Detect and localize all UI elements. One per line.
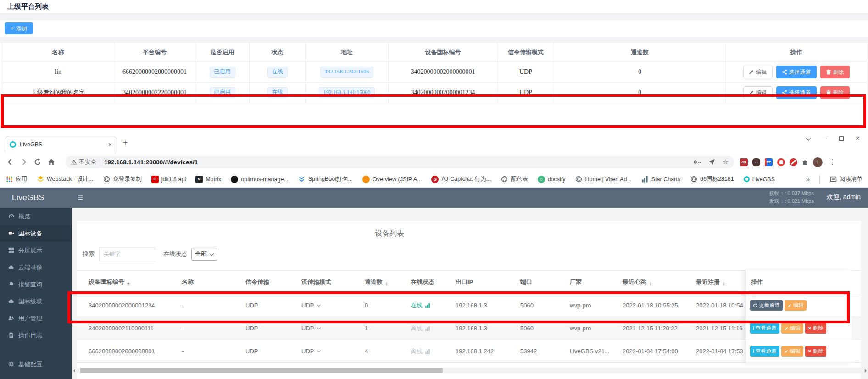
address-badge[interactable]: 192.168.1.141:15060: [319, 87, 375, 98]
bookmark[interactable]: SpringBoot打包...: [298, 175, 353, 183]
sidebar-item-operation-log[interactable]: 操作日志: [0, 327, 72, 344]
browser-menu-icon[interactable]: ⋮: [829, 158, 836, 166]
edit-button[interactable]: 编辑: [743, 86, 773, 99]
pencil-icon: [787, 303, 792, 308]
scrollbar-thumb[interactable]: [80, 368, 443, 373]
fe-extension-icon[interactable]: FE: [765, 158, 773, 166]
scroll-left-icon[interactable]: [73, 369, 75, 373]
globe-icon: [575, 176, 583, 183]
sidebar-item-basic-config[interactable]: 基础配置: [0, 356, 72, 373]
select-channel-button[interactable]: 选择通道: [776, 86, 817, 99]
bookmarks-overflow-icon[interactable]: »: [806, 175, 810, 183]
forward-icon[interactable]: [20, 158, 28, 166]
bookmark[interactable]: Overview (JSIP A...: [362, 176, 422, 183]
bookmark[interactable]: 66国标28181: [690, 175, 734, 183]
device-row[interactable]: 34020000002110000111 - UDP UDP 1 离线 192.…: [77, 317, 861, 340]
sidebar-item-user-management[interactable]: 用户管理: [0, 310, 72, 327]
stream-mode-select[interactable]: UDP: [301, 302, 365, 309]
browser-tab[interactable]: LiveGBS ×: [5, 136, 117, 153]
bookmark[interactable]: MMotrix: [195, 176, 221, 183]
edit-button[interactable]: 编辑: [743, 66, 773, 78]
reading-list-button[interactable]: 阅读清单: [829, 175, 862, 183]
url-text[interactable]: 192.168.1.141:20000/#/devices/1: [104, 159, 690, 166]
bookmark-apps[interactable]: 应用: [6, 175, 27, 183]
bookmark[interactable]: 免登录复制: [103, 175, 142, 183]
bookmark[interactable]: Webstack - 设计...: [37, 175, 93, 183]
puzzle-extensions-icon[interactable]: [802, 158, 808, 166]
bookmark[interactable]: GAJ-Captcha: 行为...: [431, 175, 491, 183]
scroll-right-icon[interactable]: [865, 369, 867, 373]
minimize-button[interactable]: [822, 139, 827, 139]
new-tab-button[interactable]: +: [123, 139, 128, 146]
bookmark-livegbs[interactable]: LiveGBS: [744, 176, 775, 183]
edit-button[interactable]: 编辑: [781, 346, 803, 357]
add-button[interactable]: + 添加: [5, 22, 33, 34]
col-online-status[interactable]: 在线状态: [411, 278, 456, 286]
view-channel-button[interactable]: i查看通道: [750, 346, 779, 357]
delete-button[interactable]: ✕删除: [805, 346, 826, 357]
col-port: 端口: [520, 278, 570, 286]
col-stream-mode: 流传输模式: [301, 278, 365, 286]
search-input[interactable]: [99, 247, 155, 261]
delete-button[interactable]: ✕删除: [805, 323, 826, 334]
reload-icon[interactable]: [34, 158, 41, 166]
bookmark[interactable]: optimus-manage...: [231, 176, 289, 183]
delete-button[interactable]: 删除: [820, 66, 850, 78]
close-window-button[interactable]: ×: [856, 135, 860, 142]
device-row[interactable]: 34020000002000001234 - UDP UDP 0 在线 192.…: [77, 294, 861, 317]
pencil-icon: [749, 90, 754, 95]
sidebar-item-alarm-query[interactable]: 报警查询: [0, 276, 72, 293]
send-icon[interactable]: [708, 158, 715, 166]
home-icon[interactable]: [48, 158, 55, 166]
tab-title: LiveGBS: [20, 141, 105, 148]
device-row[interactable]: 66620000002000000001 - UDP UDP 4 离线 192.…: [77, 340, 861, 363]
sidebar-item-gb-devices[interactable]: 国标设备: [0, 225, 72, 242]
security-indicator[interactable]: 不安全: [71, 158, 96, 166]
bookmark-star-icon[interactable]: ☆: [723, 158, 729, 166]
glasses-extension-icon[interactable]: 👓: [752, 158, 760, 166]
hamburger-icon[interactable]: ≡: [78, 192, 83, 203]
cloud-icon: [8, 264, 14, 270]
stream-mode-select[interactable]: UDP: [301, 325, 365, 332]
online-status-link[interactable]: 在线: [411, 301, 456, 310]
sidebar-item-overview[interactable]: 概览: [0, 208, 72, 225]
bookmark[interactable]: 配色表: [501, 175, 528, 183]
back-icon[interactable]: [6, 158, 14, 166]
delete-button[interactable]: 删除: [820, 86, 850, 99]
select-channel-button[interactable]: 选择通道: [776, 66, 817, 78]
upper-toolbar: + 添加: [0, 20, 868, 37]
stream-mode-select[interactable]: UDP: [301, 348, 365, 355]
blocker-extension-icon[interactable]: [790, 158, 797, 166]
x-icon: ✕: [808, 349, 812, 354]
bandwidth-stats: 接收 ↑ : 0.037 Mbps 发送 ↓ : 0.021 Mbps: [769, 190, 814, 205]
col-channels[interactable]: 通道数▲▼: [365, 278, 411, 286]
gitee-icon: G: [431, 176, 439, 183]
app-brand[interactable]: LiveGBS: [0, 193, 72, 202]
col-heartbeat[interactable]: 最近心跳▲▼: [623, 278, 696, 286]
tab-search-icon[interactable]: [807, 138, 810, 140]
bookmark[interactable]: Ojdk1.8 api: [151, 176, 186, 183]
tab-close-icon[interactable]: ×: [108, 141, 112, 148]
online-filter-select[interactable]: 全部: [191, 248, 217, 261]
update-channel-button[interactable]: 更新通道: [750, 300, 783, 311]
sidebar-item-cloud-record[interactable]: 云端录像: [0, 259, 72, 276]
bookmark[interactable]: Star Charts: [641, 176, 680, 183]
address-badge[interactable]: 192.168.1.242:1506: [320, 67, 373, 77]
maximize-button[interactable]: [839, 136, 844, 141]
welcome-user[interactable]: 欢迎, admin: [827, 193, 861, 201]
horizontal-scrollbar[interactable]: [72, 368, 868, 373]
col-device-id[interactable]: 设备国标编号▲▼: [89, 278, 182, 286]
bookmark[interactable]: ☺docsify: [538, 176, 566, 183]
profile-avatar[interactable]: I: [813, 157, 823, 167]
key-icon[interactable]: [693, 158, 701, 166]
chart-icon: [641, 176, 649, 183]
view-channel-button[interactable]: i查看通道: [750, 323, 779, 334]
bookmark[interactable]: Home | Vben Ad...: [575, 176, 632, 183]
sidebar-item-split-screen[interactable]: 分屏展示: [0, 242, 72, 259]
edit-button[interactable]: 编辑: [785, 300, 807, 311]
adblock-hand-icon[interactable]: [777, 158, 785, 166]
sidebar-item-gb-cascade[interactable]: 国标级联: [0, 293, 72, 310]
edit-button[interactable]: 编辑: [781, 323, 803, 334]
address-bar[interactable]: 不安全 192.168.1.141:20000/#/devices/1 ☆: [66, 156, 734, 168]
js-extension-icon[interactable]: JS: [740, 158, 748, 166]
